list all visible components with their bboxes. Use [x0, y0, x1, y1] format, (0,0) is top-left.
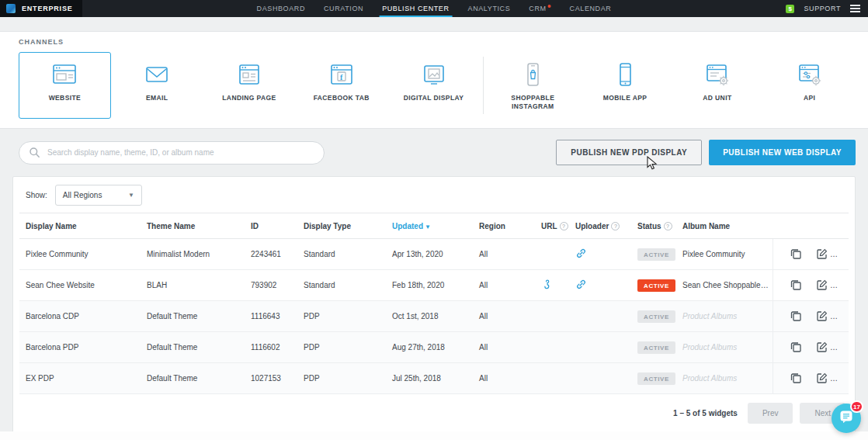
duplicate-icon[interactable]	[790, 372, 801, 385]
publish-new-web-display-button[interactable]: PUBLISH NEW WEB DISPLAY	[709, 140, 856, 165]
top-nav: ENTERPRISE DASHBOARD CURATION PUBLISH CE…	[0, 0, 868, 17]
cell-url	[538, 363, 572, 394]
cell-display-name: Barcelona PDP	[19, 332, 144, 363]
channel-label: WEBSITE	[49, 94, 82, 102]
edit-icon[interactable]	[817, 279, 828, 292]
cell-display-type: Standard	[300, 239, 389, 270]
col-uploader[interactable]: Uploader?	[572, 213, 634, 239]
cell-display-name: Sean Chee Website	[19, 270, 144, 301]
cell-url	[538, 301, 572, 332]
channel-label: AD UNIT	[703, 94, 731, 102]
publish-new-pdp-display-button[interactable]: PUBLISH NEW PDP DISPLAY	[556, 140, 702, 165]
channels-title: CHANNELS	[19, 38, 856, 46]
channel-ad-unit[interactable]: AD UNIT	[671, 52, 763, 119]
website-icon	[50, 60, 78, 89]
cell-theme-name: BLAH	[144, 270, 248, 301]
api-icon	[796, 60, 824, 89]
cell-status: ACTIVE	[634, 239, 679, 270]
region-filter-select[interactable]: All Regions ▼	[55, 185, 142, 206]
nav-item-analytics[interactable]: ANALYTICS	[468, 0, 511, 17]
email-icon	[143, 60, 171, 89]
cell-display-name: Pixlee Community	[19, 239, 144, 270]
delete-icon[interactable]	[844, 248, 849, 261]
col-region[interactable]: Region	[476, 213, 538, 239]
menu-icon[interactable]	[850, 5, 860, 12]
cell-status: ACTIVE	[634, 270, 679, 301]
nav-item-crm[interactable]: CRM	[529, 0, 550, 17]
channel-label: MOBILE APP	[603, 94, 648, 102]
uploader-link-icon[interactable]	[575, 252, 587, 261]
col-actions	[773, 213, 849, 239]
table-row: Sean Chee Website BLAH 793902 Standard F…	[19, 270, 849, 301]
help-icon[interactable]: ?	[611, 222, 620, 230]
search-input[interactable]	[19, 141, 325, 165]
help-icon[interactable]: ?	[560, 222, 568, 230]
channel-api[interactable]: API	[763, 52, 856, 119]
duplicate-icon[interactable]	[790, 248, 801, 261]
channel-mobile-app[interactable]: MOBILE APP	[579, 52, 672, 119]
edit-icon[interactable]	[817, 372, 828, 385]
region-filter-value: All Regions	[63, 191, 102, 199]
duplicate-icon[interactable]	[790, 310, 801, 323]
col-display-name[interactable]: Display Name	[19, 213, 144, 239]
cell-album-name: Pixlee Community	[679, 239, 773, 270]
channel-facebook-tab[interactable]: f FACEBOOK TAB	[295, 52, 387, 119]
cell-url	[538, 332, 572, 363]
delete-icon[interactable]	[844, 310, 849, 323]
col-album-name[interactable]: Album Name	[679, 213, 773, 239]
cell-actions	[773, 332, 849, 363]
cell-updated: Oct 1st, 2018	[389, 301, 476, 332]
uploader-link-icon[interactable]	[575, 283, 587, 292]
chat-launcher-button[interactable]: 17	[832, 404, 861, 433]
cell-theme-name: Default Theme	[144, 332, 248, 363]
delete-icon[interactable]	[844, 372, 849, 385]
chevron-down-icon: ▼	[128, 192, 134, 199]
channel-label: FACEBOOK TAB	[314, 94, 370, 102]
duplicate-icon[interactable]	[790, 341, 801, 354]
channel-digital-display[interactable]: DIGITAL DISPLAY	[387, 52, 480, 119]
col-updated[interactable]: Updated▼	[389, 213, 476, 239]
cell-updated: Jul 25th, 2018	[389, 363, 476, 394]
prev-button[interactable]: Prev	[748, 403, 793, 424]
nav-item-dashboard[interactable]: DASHBOARD	[257, 0, 305, 17]
cell-uploader	[572, 270, 634, 301]
channel-label: API	[804, 94, 815, 102]
col-url[interactable]: URL?	[538, 213, 572, 239]
pixlee-logo-icon	[6, 4, 16, 13]
channel-landing-page[interactable]: LANDING PAGE	[203, 52, 296, 119]
edit-icon[interactable]	[817, 310, 828, 323]
cell-album-name: Product Albums	[679, 363, 773, 394]
nav-item-curation[interactable]: CURATION	[324, 0, 363, 17]
cell-url	[538, 270, 572, 301]
nav-item-publish-center[interactable]: PUBLISH CENTER	[382, 0, 449, 17]
search-wrap	[19, 141, 325, 165]
col-status[interactable]: Status?	[634, 213, 679, 239]
nav-item-calendar[interactable]: CALENDAR	[570, 0, 612, 17]
help-icon[interactable]: ?	[664, 222, 672, 230]
nav-right: $ SUPPORT	[786, 0, 868, 17]
channel-email[interactable]: EMAIL	[111, 52, 203, 119]
search-icon	[29, 147, 40, 161]
delete-icon[interactable]	[844, 279, 849, 292]
channel-shoppable-instagram[interactable]: SHOPPABLE INSTAGRAM	[487, 52, 579, 119]
edit-icon[interactable]	[817, 248, 828, 261]
billing-status-icon[interactable]: $	[786, 5, 794, 13]
col-theme-name[interactable]: Theme Name	[144, 213, 248, 239]
facebook-tab-icon: f	[328, 60, 356, 89]
support-link[interactable]: SUPPORT	[804, 5, 841, 12]
cell-id: 2243461	[248, 239, 300, 270]
table-row: EX PDP Default Theme 1027153 PDP Jul 25t…	[19, 363, 849, 394]
channel-label: DIGITAL DISPLAY	[404, 94, 464, 102]
edit-icon[interactable]	[817, 341, 828, 354]
col-id[interactable]: ID	[248, 213, 300, 239]
channel-website[interactable]: WEBSITE	[19, 52, 111, 119]
cell-region: All	[476, 239, 538, 270]
col-display-type[interactable]: Display Type	[300, 213, 389, 239]
channel-label: EMAIL	[146, 94, 168, 102]
duplicate-icon[interactable]	[790, 279, 801, 292]
status-badge: ACTIVE	[637, 248, 675, 261]
channels-row: WEBSITE EMAIL LANDING PAGE f FACEBOOK TA…	[19, 52, 856, 119]
cell-status: ACTIVE	[634, 363, 679, 394]
delete-icon[interactable]	[844, 341, 849, 354]
url-link-icon[interactable]	[541, 282, 551, 291]
